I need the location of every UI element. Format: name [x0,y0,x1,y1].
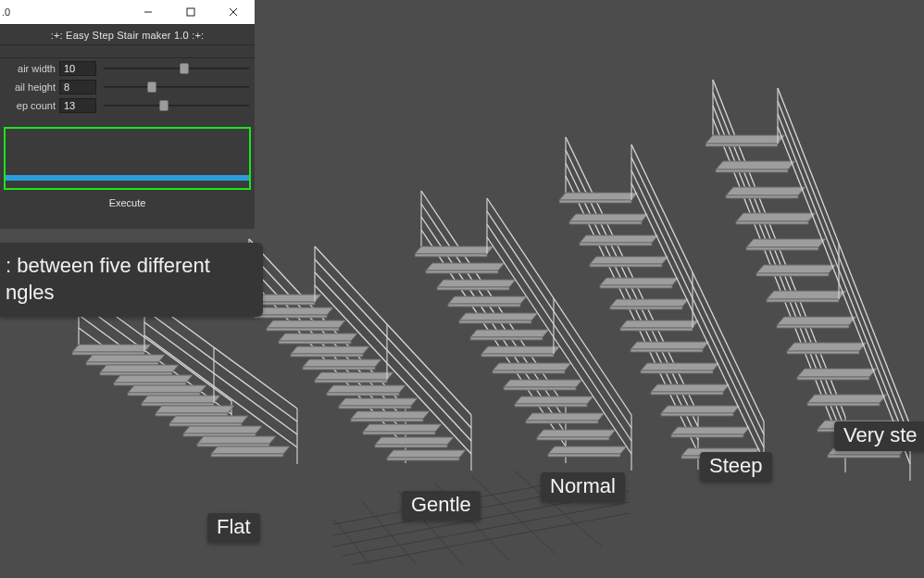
stair-model [705,61,921,481]
minimize-button[interactable] [127,0,169,24]
svg-marker-179 [756,265,836,273]
svg-marker-143 [620,328,693,331]
svg-line-118 [487,211,631,428]
svg-marker-187 [797,369,877,377]
svg-marker-181 [767,291,846,299]
svg-marker-178 [746,247,818,250]
svg-marker-171 [716,161,795,170]
svg-marker-110 [515,404,587,407]
caption-line-2: ngles [6,280,263,307]
svg-marker-64 [315,372,393,380]
slider-value-input[interactable]: 13 [59,98,96,113]
slider-row-2: ep count13 [0,97,255,114]
svg-line-157 [631,157,764,434]
svg-marker-74 [375,437,454,445]
svg-marker-149 [651,392,723,395]
slider-track[interactable] [104,61,249,76]
svg-line-164 [713,93,845,430]
execute-button[interactable]: Execute [0,194,255,212]
svg-line-124 [566,137,698,414]
tool-panel: :+: Easy Step Stair maker 1.0 :+: air wi… [0,24,255,229]
stair-model [415,172,642,471]
svg-line-2 [352,513,630,565]
svg-marker-105 [493,363,571,371]
stair-label-gentle: Gentle [402,491,481,521]
svg-marker-136 [590,257,668,264]
maximize-icon [186,7,195,17]
svg-marker-31 [169,416,248,423]
window-titlebar[interactable]: .0 [0,0,255,24]
stair-label-very-ste: Very ste [834,421,924,451]
svg-marker-28 [142,403,214,406]
svg-marker-131 [559,200,631,203]
svg-marker-19 [86,355,165,362]
slider-track[interactable] [104,80,249,94]
stair-label-flat: Flat [207,513,260,543]
svg-marker-145 [631,349,703,352]
svg-marker-33 [183,426,262,434]
svg-marker-77 [387,458,459,460]
slider-row-1: ail height8 [0,79,255,95]
svg-marker-137 [590,264,662,267]
svg-marker-30 [156,413,228,416]
svg-marker-21 [100,365,179,372]
svg-marker-38 [211,454,283,457]
svg-marker-68 [339,398,418,406]
svg-marker-101 [470,330,549,337]
svg-line-86 [421,204,566,421]
svg-marker-116 [548,454,620,457]
svg-marker-67 [327,393,399,396]
svg-marker-72 [363,424,442,432]
svg-marker-147 [641,371,713,373]
svg-marker-76 [387,450,466,458]
stair-model [243,220,481,471]
svg-marker-174 [726,195,798,198]
execute-preview-box[interactable] [4,127,251,190]
svg-line-78 [315,246,471,415]
svg-marker-23 [114,375,193,383]
svg-line-40 [144,309,297,421]
svg-marker-57 [267,328,339,331]
svg-marker-25 [128,385,206,393]
svg-marker-106 [493,371,565,373]
svg-marker-130 [559,193,638,200]
svg-line-87 [421,217,566,434]
svg-marker-66 [327,385,406,393]
slider-thumb[interactable] [180,63,189,74]
svg-line-47 [249,252,406,421]
svg-line-81 [315,285,471,454]
svg-marker-139 [600,285,672,288]
svg-marker-102 [470,337,543,340]
svg-marker-97 [448,296,527,304]
svg-marker-135 [580,243,652,245]
svg-marker-32 [169,423,242,426]
svg-marker-91 [415,246,493,254]
svg-marker-172 [716,170,788,172]
svg-marker-73 [363,432,435,434]
svg-marker-18 [72,352,144,355]
svg-line-48 [249,265,406,434]
svg-line-80 [315,272,471,441]
svg-marker-175 [736,213,816,221]
svg-marker-169 [705,135,785,144]
svg-line-88 [421,230,566,446]
svg-marker-55 [255,315,327,318]
svg-marker-112 [526,421,598,423]
svg-marker-194 [828,455,900,458]
slider-value-input[interactable]: 10 [59,61,96,76]
svg-marker-17 [72,345,151,352]
slider-thumb[interactable] [159,100,169,111]
svg-marker-95 [437,280,516,287]
slider-track[interactable] [104,98,249,113]
svg-rect-203 [187,8,194,16]
svg-marker-189 [807,395,887,403]
slider-thumb[interactable] [147,82,156,93]
slider-value-input[interactable]: 8 [59,80,96,94]
svg-marker-58 [279,333,357,341]
svg-marker-34 [183,434,256,436]
maximize-button[interactable] [169,0,212,24]
svg-line-197 [778,114,910,451]
close-button[interactable] [212,0,255,24]
stair-label-steep: Steep [700,452,772,482]
stair-label-normal: Normal [541,472,625,502]
